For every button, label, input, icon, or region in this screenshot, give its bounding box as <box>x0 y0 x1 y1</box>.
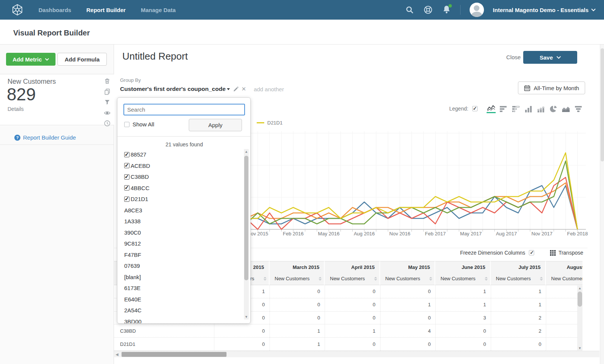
remove-group-icon[interactable]: ✕ <box>242 86 247 92</box>
filter-value-item[interactable]: 2A54C <box>117 305 244 316</box>
value-cell: 1 <box>435 298 491 312</box>
metric-details-link[interactable]: Details <box>8 106 24 112</box>
value-cell: 1 <box>491 285 546 298</box>
value-cell: 0 <box>435 338 491 351</box>
filter-list-scrollbar[interactable]: ▲ ▼ <box>244 149 249 319</box>
horizontal-scrollbar[interactable]: ◀ <box>114 351 599 357</box>
group-by-value[interactable]: Customer's first order's coupon_code <box>120 86 230 92</box>
show-all-checkbox[interactable] <box>124 122 129 127</box>
column-header-metric[interactable]: New Customers <box>270 272 325 285</box>
duplicate-icon[interactable] <box>103 88 111 95</box>
scroll-left-arrow[interactable]: ◀ <box>116 352 119 356</box>
add-another-link[interactable]: add another <box>254 86 284 92</box>
sort-arrows-icon[interactable] <box>485 277 488 281</box>
value-cell: 0 <box>435 324 491 338</box>
sort-arrows-icon[interactable] <box>429 277 432 281</box>
filter-value-label: D21D1 <box>131 196 148 202</box>
chevron-down-icon <box>591 8 596 11</box>
add-metric-button[interactable]: Add Metric <box>6 53 55 66</box>
show-all-option[interactable]: Show All <box>124 121 154 127</box>
filter-value-item[interactable]: 1A338 <box>117 216 244 227</box>
filter-value-item[interactable]: 07639 <box>117 260 244 272</box>
value-cell: 1 <box>435 285 491 298</box>
column-header-metric[interactable]: New Customers <box>325 272 380 285</box>
notification-dot <box>448 4 452 8</box>
x-axis-label: May 2017 <box>456 231 486 237</box>
area-chart-icon[interactable] <box>561 104 570 113</box>
filter-value-item[interactable]: 6173E <box>117 283 244 294</box>
filter-value-item[interactable]: 4BBCC <box>117 183 244 194</box>
sort-arrows-icon[interactable] <box>540 277 543 281</box>
value-cell: 0 <box>325 298 380 312</box>
filter-value-item[interactable]: 3BD00 <box>117 316 244 324</box>
close-button[interactable]: Close <box>506 54 521 60</box>
filter-value-item[interactable]: 9C812 <box>117 238 244 249</box>
stacked-horizontal-bar-chart-icon[interactable] <box>512 104 521 113</box>
report-title[interactable]: Untitled Report <box>122 51 188 62</box>
column-header-metric[interactable]: New Customers <box>380 272 436 285</box>
stacked-vertical-bar-chart-icon[interactable] <box>536 104 545 113</box>
trash-icon[interactable] <box>103 77 111 85</box>
metric-card[interactable]: New Customers 829 Details <box>0 74 114 125</box>
filter-value-label: E640E <box>124 296 141 303</box>
pie-chart-icon[interactable] <box>549 104 558 113</box>
filter-value-label: ACEBD <box>131 163 150 169</box>
column-header-month: June 2015 <box>435 261 491 272</box>
filter-value-item[interactable]: 390C0 <box>117 227 244 238</box>
vertical-bar-chart-icon[interactable] <box>524 104 533 113</box>
edit-pencil-icon[interactable] <box>233 86 239 92</box>
date-range-button[interactable]: All-Time by Month <box>518 81 585 94</box>
search-input[interactable] <box>123 104 245 115</box>
sort-arrows-icon[interactable] <box>263 277 267 281</box>
history-icon[interactable] <box>103 120 111 127</box>
nav-item-dashboards[interactable]: Dashboards <box>39 7 71 13</box>
nav-item-manage-data[interactable]: Manage Data <box>141 7 176 13</box>
horizontal-bar-chart-icon[interactable] <box>499 104 508 113</box>
calendar-icon <box>524 85 530 91</box>
notifications-icon[interactable] <box>442 5 451 15</box>
table-row: C38BD011402 <box>114 324 582 338</box>
sort-arrows-icon[interactable] <box>374 277 377 281</box>
x-axis-label: Nov 2017 <box>527 231 557 237</box>
nav-item-report-builder[interactable]: Report Builder <box>86 7 126 13</box>
legend-checkbox[interactable] <box>472 106 478 111</box>
grid-icon <box>550 250 556 256</box>
account-menu[interactable]: Internal Magento Demo - Essentials <box>493 7 596 13</box>
sort-arrows-icon[interactable] <box>319 277 322 281</box>
table-vertical-scrollbar[interactable]: ▲ ▼ <box>577 286 582 351</box>
filter-value-label: 88527 <box>131 151 146 158</box>
filter-value-item[interactable]: E640E <box>117 294 244 305</box>
add-formula-button[interactable]: Add Formula <box>57 53 107 66</box>
checked-checkbox-icon <box>124 152 129 157</box>
app-logo-icon[interactable] <box>11 4 23 16</box>
filter-value-item[interactable]: ACEBD <box>117 160 244 172</box>
line-chart-icon[interactable] <box>487 104 496 113</box>
filter-value-item[interactable]: F47BF <box>117 249 244 261</box>
help-icon[interactable] <box>423 5 433 15</box>
window-scrollbar[interactable] <box>600 45 604 364</box>
filter-icon[interactable] <box>103 98 111 106</box>
transpose-button[interactable]: Transpose <box>550 250 583 256</box>
freeze-columns-checkbox[interactable] <box>529 250 534 255</box>
eye-icon[interactable] <box>103 109 111 117</box>
value-cell: 1 <box>325 324 380 338</box>
filter-value-item[interactable]: [blank] <box>117 272 244 283</box>
filter-value-item[interactable]: C38BD <box>117 171 244 183</box>
column-header-metric[interactable]: New Customers <box>546 272 582 285</box>
value-cell: 0 <box>380 338 436 351</box>
apply-button[interactable]: Apply <box>189 119 242 131</box>
avatar[interactable] <box>470 3 484 17</box>
search-icon[interactable] <box>405 5 414 14</box>
column-header-metric[interactable]: New Customers <box>491 272 546 285</box>
filter-value-label: 6173E <box>124 285 140 291</box>
filter-value-item[interactable]: A8CE3 <box>117 205 244 216</box>
save-button[interactable]: Save <box>523 51 577 64</box>
funnel-chart-icon[interactable] <box>574 104 583 113</box>
chart-legend-entry[interactable]: D21D1 <box>257 120 282 126</box>
scrollbar-thumb[interactable] <box>122 352 226 357</box>
filter-value-item[interactable]: 88527 <box>117 149 244 160</box>
filter-value-label: C38BD <box>131 174 149 180</box>
column-header-metric[interactable]: New Customers <box>435 272 491 285</box>
filter-value-item[interactable]: D21D1 <box>117 194 244 205</box>
report-builder-guide[interactable]: ? Report Builder Guide <box>0 131 114 145</box>
